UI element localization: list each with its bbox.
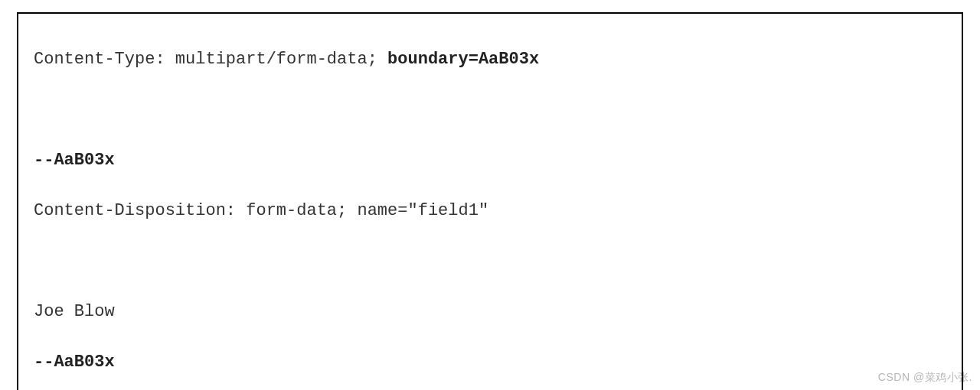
boundary-declaration: boundary=AaB03x	[387, 50, 539, 69]
content-disposition-field1: Content-Disposition: form-data; name="fi…	[34, 198, 946, 223]
csdn-watermark: CSDN @菜鸡小张.	[878, 369, 972, 385]
content-type-prefix: Content-Type: multipart/form-data;	[34, 50, 387, 69]
blank-line	[34, 97, 946, 122]
boundary-marker-2: --AaB03x	[34, 349, 946, 375]
field1-value: Joe Blow	[34, 299, 946, 324]
content-type-header: Content-Type: multipart/form-data; bound…	[34, 47, 946, 72]
boundary-marker-1: --AaB03x	[34, 148, 946, 173]
multipart-example-box: Content-Type: multipart/form-data; bound…	[17, 12, 963, 390]
blank-line	[34, 249, 946, 274]
